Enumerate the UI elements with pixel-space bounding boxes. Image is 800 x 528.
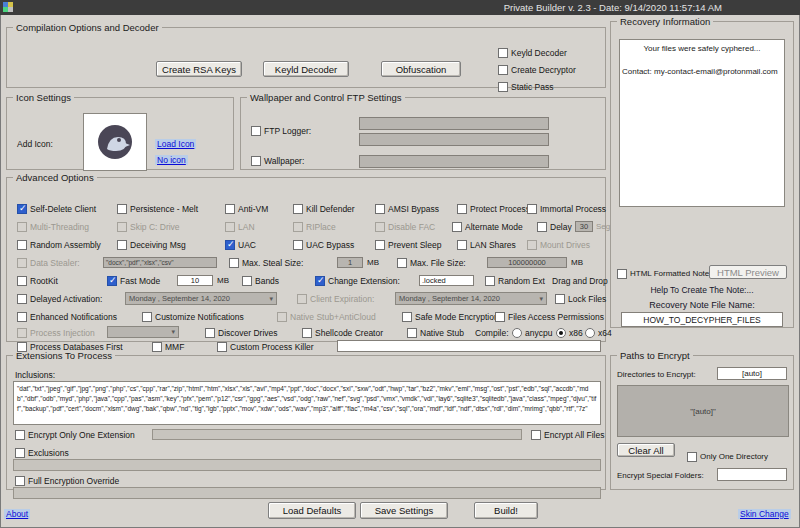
checkbox-label: Exclusions — [28, 448, 69, 458]
checkbox-delayed-activation[interactable]: Delayed Activation: — [17, 293, 102, 304]
about-link[interactable]: About — [4, 509, 30, 519]
checkbox-max-steal-size[interactable]: Max. Steal Size: — [229, 257, 303, 268]
keyid-decoder-button[interactable]: Keyld Decoder — [263, 61, 349, 77]
checkbox-amsi-bypass[interactable]: AMSI Bypass — [375, 203, 439, 214]
wallpaper-path-input — [359, 155, 549, 168]
group-icon-settings-legend: Icon Settings — [13, 92, 74, 103]
checkbox-prevent-sleep[interactable]: Prevent Sleep — [375, 239, 441, 250]
checkbox-label: Alternate Mode — [465, 222, 523, 232]
checkbox-label: FTP Logger: — [264, 126, 311, 136]
max-file-size-input: 100000000 — [487, 257, 567, 268]
obfuscation-button[interactable]: Obfuscation — [381, 61, 461, 77]
ftp-logger-credentials-input — [359, 133, 549, 146]
checkbox-deceiving-msg[interactable]: Deceiving Msg — [117, 239, 186, 250]
checkbox-customize-notifications[interactable]: Customize Notifications — [142, 311, 244, 322]
checkbox-change-extension[interactable]: Change Extension: — [315, 275, 400, 286]
checkbox-fast-mode[interactable]: Fast Mode — [107, 275, 160, 286]
radio-compile-anycpu[interactable]: anycpu — [512, 327, 552, 338]
checkbox-label: AMSI Bypass — [388, 204, 439, 214]
checkbox-ftp-logger[interactable]: FTP Logger: — [251, 125, 311, 136]
checkbox-kill-defender[interactable]: Kill Defender — [293, 203, 355, 214]
checkbox-keyid-decoder[interactable]: Keyld Decoder — [498, 47, 567, 58]
checkbox-box — [485, 276, 495, 286]
checkbox-box — [117, 222, 127, 232]
group-compilation-options: Compilation Options and Decoder Create R… — [6, 22, 606, 88]
checkbox-shellcode-creator[interactable]: Shellcode Creator — [302, 327, 383, 338]
checkbox-label: Protect Process — [470, 204, 530, 214]
checkbox-uac[interactable]: UAC — [225, 239, 256, 250]
add-icon-label: Add Icon: — [17, 139, 53, 149]
change-extension-input[interactable]: .locked — [419, 275, 474, 286]
checkbox-wallpaper[interactable]: Wallpaper: — [251, 155, 304, 166]
checkbox-box — [402, 312, 412, 322]
fast-mode-size-input[interactable]: 10 — [177, 275, 213, 286]
checkbox-box — [498, 65, 508, 75]
checkbox-bands[interactable]: Bands — [242, 275, 279, 286]
create-rsa-keys-button[interactable]: Create RSA Keys — [156, 61, 242, 77]
checkbox-box — [498, 48, 508, 58]
checkbox-box — [107, 276, 117, 286]
checkbox-box — [527, 204, 537, 214]
recovery-note-textarea[interactable]: Your files were safely cyphered... Conta… — [619, 39, 785, 207]
clear-all-button[interactable]: Clear All — [617, 443, 675, 457]
checkbox-safe-mode-encryption[interactable]: Safe Mode Encryption — [402, 311, 499, 322]
checkbox-self-delete-client[interactable]: Self-Delete Client — [17, 203, 96, 214]
no-icon-link[interactable]: No icon — [155, 155, 188, 165]
checkbox-box — [242, 276, 252, 286]
checkbox-create-decryptor[interactable]: Create Decryptor — [498, 64, 576, 75]
checkbox-files-access-permissions[interactable]: Files Access Permissions — [495, 311, 604, 322]
checkbox-data-stealer: Data Stealer: — [17, 257, 80, 268]
skin-change-link[interactable]: Skin Change — [738, 509, 791, 519]
checkbox-exclusions[interactable]: Exclusions — [15, 447, 69, 458]
checkbox-rootkit[interactable]: RootKit — [17, 275, 58, 286]
checkbox-html-formatted-note[interactable]: HTML Formatted Note — [617, 268, 709, 279]
checkbox-delay[interactable]: Delay — [537, 221, 572, 232]
directories-to-encrypt-input[interactable]: [auto] — [717, 367, 787, 380]
checkbox-box — [17, 258, 27, 268]
checkbox-persistence-melt[interactable]: Persistence - Melt — [117, 203, 198, 214]
checkbox-immortal-process[interactable]: Immortal Process — [527, 203, 606, 214]
recovery-note-file-name-label: Recovery Note File Name: — [611, 300, 793, 310]
html-preview-button[interactable]: HTML Preview — [709, 265, 787, 279]
checkbox-only-one-directory[interactable]: Only One Directory — [687, 451, 768, 462]
checkbox-anti-vm[interactable]: Anti-VM — [225, 203, 268, 214]
builder-window: Private Builder v. 2.3 - Date: 9/14/2020… — [0, 0, 800, 528]
radio-compile-x86[interactable]: x86 — [556, 327, 583, 338]
checkbox-box — [555, 294, 565, 304]
radio-dot — [512, 328, 522, 338]
checkbox-random-assembly[interactable]: Random Assembly — [17, 239, 101, 250]
checkbox-enhanced-notifications[interactable]: Enhanced Notifications — [17, 311, 117, 322]
checkbox-label: Encrypt All Files — [544, 430, 604, 440]
checkbox-box — [457, 240, 467, 250]
checkbox-native-stub[interactable]: Native Stub — [407, 327, 464, 338]
radio-compile-x64[interactable]: x64 — [585, 327, 612, 338]
encrypt-special-folders-input[interactable] — [717, 468, 787, 481]
checkbox-label: Client Expiration: — [310, 294, 374, 304]
checkbox-lock-files[interactable]: Lock Files — [555, 293, 606, 304]
checkbox-static-pass[interactable]: Static Pass — [498, 81, 554, 92]
checkbox-full-encryption-override[interactable]: Full Encryption Override — [15, 475, 119, 486]
checkbox-protect-process[interactable]: Protect Process — [457, 203, 530, 214]
checkbox-alternate-mode[interactable]: Alternate Mode — [452, 221, 523, 232]
load-defaults-button[interactable]: Load Defaults — [268, 502, 356, 519]
checkbox-label: Max. File Size: — [410, 258, 466, 268]
checkbox-random-ext[interactable]: Random Ext — [485, 275, 545, 286]
checkbox-uac-bypass[interactable]: UAC Bypass — [293, 239, 354, 250]
checkbox-box — [531, 430, 541, 440]
checkbox-lan-shares[interactable]: LAN Shares — [457, 239, 516, 250]
checkbox-label: Static Pass — [511, 82, 554, 92]
load-icon-link[interactable]: Load Icon — [155, 139, 196, 149]
checkbox-encrypt-only-one-extension[interactable]: Encrypt Only One Extension — [15, 429, 135, 440]
checkbox-label: LAN Shares — [470, 240, 516, 250]
checkbox-box — [293, 240, 303, 250]
checkbox-discover-drives[interactable]: Discover Drives — [205, 327, 278, 338]
save-settings-button[interactable]: Save Settings — [360, 502, 448, 519]
build-button[interactable]: Build! — [474, 502, 538, 519]
checkbox-label: UAC — [238, 240, 256, 250]
checkbox-encrypt-all-files[interactable]: Encrypt All Files — [531, 429, 604, 440]
recovery-note-file-name-input[interactable]: HOW_TO_DECYPHER_FILES — [621, 312, 783, 327]
inclusions-textarea[interactable]: "dat","txt","jpeg","gif","jpg","png","ph… — [13, 381, 601, 425]
checkbox-max-file-size[interactable]: Max. File Size: — [397, 257, 466, 268]
titlebar-app-icon — [3, 2, 13, 12]
checkbox-box — [293, 204, 303, 214]
